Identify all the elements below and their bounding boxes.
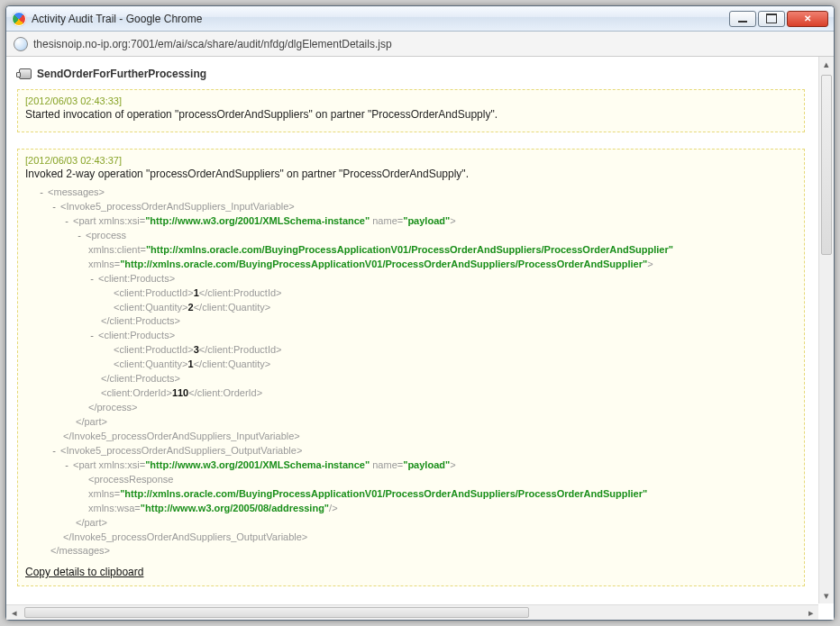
browser-window: Activity Audit Trail - Google Chrome the… [5, 5, 835, 621]
collapse-icon[interactable]: - [88, 272, 96, 286]
timestamp: [2012/06/03 02:43:37] [25, 155, 797, 166]
collapse-icon[interactable]: - [50, 444, 58, 458]
audit-entry-1: [2012/06/03 02:43:33] Started invocation… [17, 89, 805, 132]
scroll-right-icon[interactable]: ▸ [803, 605, 818, 620]
collapse-icon[interactable]: - [63, 214, 70, 229]
scroll-thumb[interactable] [24, 607, 529, 618]
timestamp: [2012/06/03 02:43:33] [25, 95, 797, 106]
collapse-icon[interactable]: - [63, 458, 70, 473]
titlebar[interactable]: Activity Audit Trail - Google Chrome [6, 6, 834, 32]
page-heading: SendOrderForFurtherProcessing [19, 68, 805, 80]
vertical-scrollbar[interactable]: ▴ ▾ [818, 57, 834, 603]
chrome-icon [12, 12, 26, 26]
address-bar: thesisnoip.no-ip.org:7001/em/ai/sca/shar… [6, 32, 834, 57]
collapse-icon[interactable]: - [76, 229, 83, 243]
audit-entry-2: [2012/06/03 02:43:37] Invoked 2-way oper… [17, 149, 805, 586]
scroll-down-icon[interactable]: ▾ [819, 588, 834, 603]
scroll-up-icon[interactable]: ▴ [819, 57, 834, 72]
horizontal-scrollbar[interactable]: ◂ ▸ [6, 604, 818, 620]
globe-icon [14, 37, 28, 51]
summary-text: Started invocation of operation "process… [25, 108, 797, 121]
minimize-button[interactable] [729, 11, 756, 27]
close-button[interactable] [787, 11, 828, 27]
collapse-icon[interactable]: - [88, 329, 96, 343]
collapse-icon[interactable]: - [50, 200, 58, 214]
maximize-button[interactable] [758, 11, 785, 27]
process-icon [19, 68, 32, 79]
page-heading-text: SendOrderForFurtherProcessing [37, 68, 206, 80]
summary-text: Invoked 2-way operation "processOrderAnd… [25, 168, 797, 180]
url-text[interactable]: thesisnoip.no-ip.org:7001/em/ai/sca/shar… [33, 38, 826, 50]
collapse-icon[interactable]: - [38, 186, 45, 200]
scroll-left-icon[interactable]: ◂ [6, 605, 22, 620]
window-buttons [729, 11, 828, 27]
xml-payload: - <messages> - <Invoke5_processOrderAndS… [25, 184, 797, 558]
window-title: Activity Audit Trail - Google Chrome [32, 13, 729, 25]
scroll-thumb[interactable] [821, 75, 832, 255]
page-viewport: SendOrderForFurtherProcessing [2012/06/0… [6, 57, 834, 620]
copy-details-link[interactable]: Copy details to clipboard [25, 566, 143, 578]
